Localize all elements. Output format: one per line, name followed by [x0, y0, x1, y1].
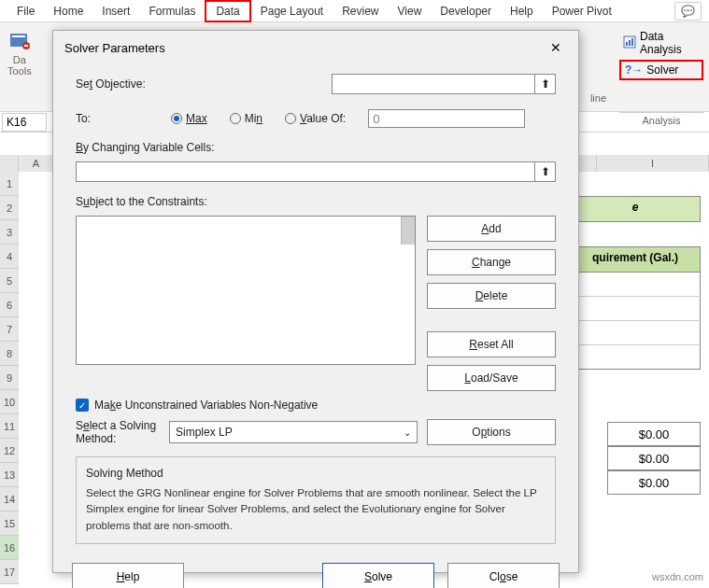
tab-formulas[interactable]: Formulas [139, 2, 205, 21]
scrollbar-thumb[interactable] [401, 217, 415, 245]
solver-parameters-dialog: Solver Parameters ✕ Set Objective: ⬆ To:… [52, 30, 579, 573]
set-objective-input[interactable]: ⬆ [332, 74, 556, 94]
table-cell[interactable] [570, 321, 701, 345]
svg-rect-5 [626, 42, 628, 46]
reset-all-button[interactable]: Reset All [427, 331, 556, 357]
money-cell[interactable]: $0.00 [607, 422, 701, 446]
row-header[interactable]: 8 [0, 342, 19, 366]
solving-method-select[interactable]: Simplex LP ⌄ [169, 421, 418, 443]
data-analysis-label: Data Analysis [640, 30, 700, 56]
changing-cells-label: By Changing Variable Cells: [76, 141, 556, 154]
row-header[interactable]: 14 [0, 487, 19, 511]
row-header[interactable]: 12 [0, 439, 19, 463]
change-button[interactable]: Change [427, 249, 556, 275]
watermark: wsxdn.com [652, 571, 703, 582]
constraints-label: Subject to the Constraints: [76, 195, 556, 208]
changing-cells-field[interactable] [77, 162, 534, 181]
table-title-cell[interactable]: e [570, 196, 701, 222]
row-header[interactable]: 10 [0, 390, 19, 414]
constraints-listbox[interactable] [76, 216, 416, 365]
tab-insert[interactable]: Insert [92, 2, 139, 21]
analysis-group: Data Analysis ?→ Solver Analysis [619, 28, 703, 126]
value-of-input[interactable] [368, 109, 525, 128]
nonneg-label: Make Unconstrained Variables Non-Negativ… [94, 399, 318, 412]
to-label: To: [76, 112, 149, 125]
table-cell[interactable] [570, 297, 701, 321]
solve-button[interactable]: Solve [322, 563, 434, 588]
table-header-cell[interactable]: quirement (Gal.) [570, 246, 701, 273]
row-header-selected[interactable]: 16 [0, 536, 19, 560]
row-header[interactable]: 11 [0, 414, 19, 439]
table-cell[interactable] [570, 345, 701, 370]
nonneg-checkbox-row[interactable]: ✓ Make Unconstrained Variables Non-Negat… [76, 399, 556, 412]
row-header[interactable]: 13 [0, 463, 19, 487]
select-method-label: Select a SolvingMethod: [76, 419, 160, 445]
options-button[interactable]: Options [427, 419, 556, 445]
tab-help[interactable]: Help [501, 2, 543, 21]
tab-power-pivot[interactable]: Power Pivot [543, 2, 621, 21]
add-button[interactable]: Add [427, 216, 556, 242]
data-tools-label-1: Da [13, 54, 26, 65]
svg-rect-7 [631, 38, 633, 46]
set-objective-field[interactable] [333, 76, 534, 92]
row-header[interactable]: 7 [0, 317, 19, 342]
solver-icon: ?→ [625, 63, 643, 77]
tab-review[interactable]: Review [333, 2, 388, 21]
solver-button[interactable]: ?→ Solver [619, 60, 703, 80]
tab-view[interactable]: View [389, 2, 432, 21]
comments-icon[interactable]: 💬 [674, 2, 702, 21]
close-button[interactable]: Close [447, 563, 560, 588]
close-icon[interactable]: ✕ [545, 38, 567, 57]
svg-rect-6 [629, 40, 631, 46]
desc-text: Select the GRG Nonlinear engine for Solv… [86, 485, 546, 534]
row-header[interactable]: 4 [0, 245, 19, 269]
name-box[interactable] [2, 113, 47, 132]
dialog-titlebar[interactable]: Solver Parameters ✕ [53, 31, 578, 64]
dialog-footer: Help Solve Close [53, 553, 578, 588]
min-radio[interactable]: Min [230, 112, 262, 125]
range-picker-icon[interactable]: ⬆ [534, 75, 555, 93]
row-header[interactable]: 17 [0, 560, 19, 584]
col-header-a[interactable]: A [19, 155, 54, 172]
row-header[interactable]: 9 [0, 366, 19, 390]
row-headers: 1 2 3 4 5 6 7 8 9 10 11 12 13 14 15 16 1… [0, 172, 19, 584]
set-objective-label: Set Objective: [76, 77, 149, 91]
row-header[interactable]: 1 [0, 172, 19, 196]
col-header-i[interactable]: I [597, 155, 709, 172]
load-save-button[interactable]: Load/Save [427, 365, 556, 391]
delete-button[interactable]: Delete [427, 283, 556, 309]
solver-label: Solver [646, 63, 678, 77]
data-tools-group[interactable]: Da Tools [7, 30, 32, 77]
max-radio[interactable]: Max [171, 112, 207, 125]
svg-rect-1 [12, 35, 25, 37]
solving-method-description: Solving Method Select the GRG Nonlinear … [76, 456, 556, 544]
data-analysis-button[interactable]: Data Analysis [619, 28, 703, 58]
tab-file[interactable]: File [7, 2, 44, 21]
tab-home[interactable]: Home [44, 2, 92, 21]
tab-page-layout[interactable]: Page Layout [251, 2, 333, 21]
table-cell[interactable] [570, 273, 701, 297]
row-header[interactable]: 5 [0, 269, 19, 293]
data-tools-label-2: Tools [7, 65, 32, 77]
money-cell[interactable]: $0.00 [607, 470, 701, 495]
row-header[interactable]: 15 [0, 511, 19, 536]
tab-data[interactable]: Data [205, 0, 250, 22]
changing-cells-input[interactable]: ⬆ [76, 161, 556, 182]
value-of-radio[interactable]: Value Of: [285, 112, 346, 125]
data-tools-icon [8, 30, 31, 52]
analysis-group-label: Analysis [619, 112, 703, 126]
row-header[interactable]: 3 [0, 220, 19, 245]
outline-label: line [590, 92, 606, 104]
svg-rect-3 [24, 45, 28, 47]
tab-developer[interactable]: Developer [431, 2, 501, 21]
checkbox-checked-icon[interactable]: ✓ [76, 399, 89, 412]
data-analysis-icon [623, 35, 636, 51]
help-button[interactable]: Help [72, 563, 184, 588]
row-header[interactable]: 6 [0, 293, 19, 317]
dialog-title: Solver Parameters [64, 41, 165, 55]
row-header[interactable]: 2 [0, 196, 19, 220]
ribbon-tabs: File Home Insert Formulas Data Page Layo… [0, 0, 709, 22]
range-picker-icon[interactable]: ⬆ [534, 162, 555, 181]
desc-title: Solving Method [86, 467, 546, 480]
money-cell[interactable]: $0.00 [607, 446, 701, 470]
